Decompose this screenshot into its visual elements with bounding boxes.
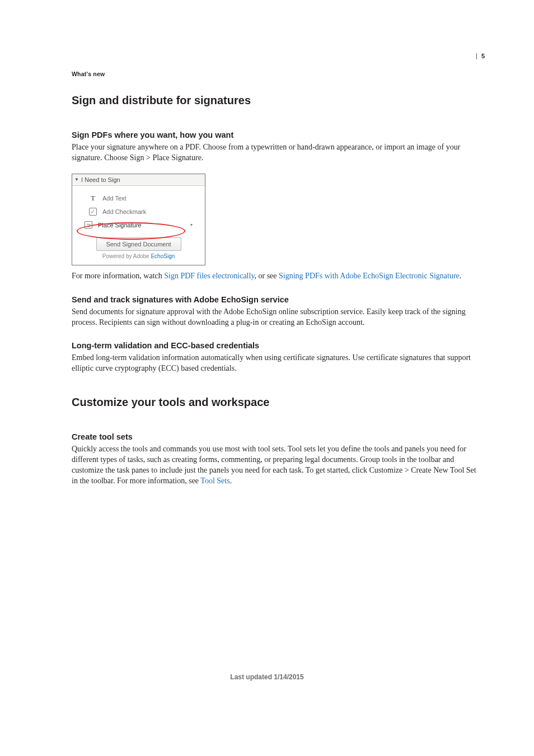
panel-item-label: Add Checkmark [102,208,146,215]
panel-item-add-text: T Add Text [72,192,205,205]
panel-item-label: Place Signature [98,222,142,228]
paragraph: Place your signature anywhere on a PDF. … [72,142,480,164]
text-icon: T [89,194,97,202]
text-fragment: For more information, watch [72,272,164,280]
panel-item-place-signature: Place Signature ▾ [72,218,205,232]
text-fragment: Quickly access the tools and commands yo… [72,445,476,485]
paragraph: For more information, watch Sign PDF fil… [72,271,480,282]
link-echosign-signature[interactable]: Signing PDFs with Adobe EchoSign Electro… [279,272,460,280]
page-number: 5 [476,53,485,59]
heading-long-term-validation: Long-term validation and ECC-based crede… [72,341,480,350]
paragraph: Send documents for signature approval wi… [72,307,480,328]
sign-panel-title: I Need to Sign [81,176,120,183]
heading-sign-distribute: Sign and distribute for signatures [72,94,480,107]
panel-item-label: Add Text [102,195,127,202]
page-footer: Last updated 1/14/2015 [0,673,534,681]
panel-item-add-checkmark: ✓ Add Checkmark [72,205,205,218]
send-signed-doc-button: Send Signed Document [96,237,181,251]
paragraph: Quickly access the tools and commands yo… [72,444,480,487]
powered-by-prefix: Powered by Adobe [102,253,151,259]
signature-icon [85,221,92,229]
sign-panel-header: ▼ I Need to Sign [72,174,205,186]
heading-sign-pdfs: Sign PDFs where you want, how you want [72,130,480,139]
powered-by-text: Powered by Adobe EchoSign [72,253,205,259]
text-fragment: . [230,477,232,485]
heading-send-track: Send and track signatures with Adobe Ech… [72,295,480,304]
triangle-down-icon: ▼ [74,177,79,182]
echosign-link-text: EchoSign [151,253,175,259]
sign-panel-figure: ▼ I Need to Sign T Add Text ✓ Add Checkm… [72,174,205,265]
main-content: Sign and distribute for signatures Sign … [72,94,480,494]
text-fragment: . [460,272,462,280]
running-head: What's new [72,71,105,77]
link-sign-electronically[interactable]: Sign PDF files electronically [164,272,254,280]
heading-create-tool-sets: Create tool sets [72,432,480,441]
dropdown-caret-icon: ▾ [190,222,193,227]
checkmark-icon: ✓ [89,208,97,216]
paragraph: Embed long-term validation information a… [72,353,480,374]
sign-panel-body: T Add Text ✓ Add Checkmark Place Signatu… [72,186,205,265]
link-tool-sets[interactable]: Tool Sets [200,477,229,485]
text-fragment: , or see [254,272,279,280]
heading-customize-tools: Customize your tools and workspace [72,396,480,409]
